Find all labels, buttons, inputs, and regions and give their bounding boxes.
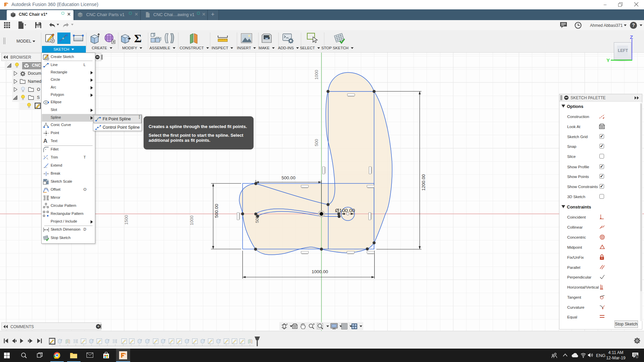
- svg-text:500.00: 500.00: [281, 175, 295, 180]
- svg-text:1000.00: 1000.00: [312, 269, 328, 274]
- svg-text:1200.00: 1200.00: [421, 174, 426, 191]
- svg-text:500: 500: [314, 139, 319, 146]
- svg-text:1000: 1000: [314, 70, 319, 80]
- svg-text:1000: 1000: [189, 216, 194, 225]
- svg-text:1: 1: [636, 355, 638, 358]
- svg-text:Ø100.00: Ø100.00: [335, 207, 355, 213]
- svg-text:500.00: 500.00: [214, 204, 219, 218]
- svg-text:1500: 1500: [124, 215, 129, 225]
